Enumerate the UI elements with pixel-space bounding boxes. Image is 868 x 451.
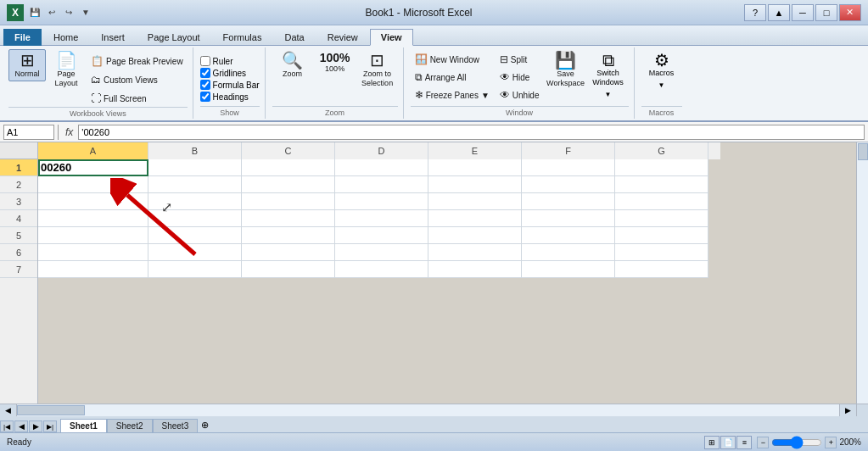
headings-checkbox[interactable]	[200, 92, 210, 102]
cell-g2[interactable]	[615, 176, 708, 193]
tab-file[interactable]: File	[3, 29, 42, 46]
ruler-checkbox[interactable]	[200, 56, 210, 66]
cell-e2[interactable]	[428, 176, 522, 193]
freeze-panes-button[interactable]: ❄ Freeze Panes ▼	[411, 86, 494, 103]
cell-e5[interactable]	[428, 227, 522, 244]
zoom-100-button[interactable]: 100% 100%	[315, 49, 356, 76]
scroll-left-button[interactable]: ◀	[0, 404, 17, 416]
cell-b1[interactable]	[148, 159, 242, 176]
page-layout-view-button[interactable]: 📄 Page Layout	[48, 49, 85, 91]
cell-g7[interactable]	[615, 261, 708, 278]
ribbon-toggle-button[interactable]: ▲	[768, 4, 790, 21]
scroll-right-button[interactable]: ▶	[839, 404, 856, 416]
sheet-tab-1[interactable]: Sheet1	[60, 419, 107, 432]
formula-input[interactable]	[78, 125, 865, 140]
cell-a4[interactable]	[38, 210, 148, 227]
cell-f3[interactable]	[522, 193, 615, 210]
qa-dropdown-button[interactable]: ▼	[78, 5, 93, 20]
cell-a2[interactable]	[38, 176, 148, 193]
cell-c3[interactable]	[242, 193, 335, 210]
tab-view[interactable]: View	[370, 29, 413, 46]
cell-a7[interactable]	[38, 261, 148, 278]
tab-insert[interactable]: Insert	[90, 29, 136, 45]
cell-f2[interactable]	[522, 176, 615, 193]
cell-f4[interactable]	[522, 210, 615, 227]
switch-windows-dropdown[interactable]: ▼	[588, 90, 629, 100]
new-window-button[interactable]: 🪟 New Window	[411, 51, 494, 68]
page-break-preview-button[interactable]: 📋 Page Break Preview	[87, 53, 188, 70]
undo-qa-button[interactable]: ↩	[44, 5, 59, 20]
cell-b2[interactable]	[148, 176, 242, 193]
cell-b4[interactable]	[148, 210, 242, 227]
cell-e1[interactable]	[428, 159, 522, 176]
cell-c5[interactable]	[242, 227, 335, 244]
sheet-nav-first-button[interactable]: |◀	[0, 420, 14, 432]
normal-view-status-button[interactable]: ⊞	[704, 436, 720, 449]
minimize-button[interactable]: ─	[792, 4, 814, 21]
save-workspace-button[interactable]: 💾 Save Workspace	[546, 49, 586, 91]
cell-c6[interactable]	[242, 244, 335, 261]
arrange-all-button[interactable]: ⧉ Arrange All	[411, 69, 494, 86]
cell-a5[interactable]	[38, 227, 148, 244]
cell-f5[interactable]	[522, 227, 615, 244]
page-break-status-button[interactable]: ≡	[736, 436, 752, 449]
custom-views-button[interactable]: 🗂 Custom Views	[87, 71, 188, 88]
macros-dropdown[interactable]: ▼	[641, 81, 682, 91]
cell-e3[interactable]	[428, 193, 522, 210]
cell-f1[interactable]	[522, 159, 615, 176]
cell-d7[interactable]	[335, 261, 428, 278]
name-box[interactable]	[3, 125, 54, 140]
cell-b3[interactable]	[148, 193, 242, 210]
cell-c1[interactable]	[242, 159, 335, 176]
zoom-button[interactable]: 🔍 Zoom	[272, 49, 313, 81]
normal-view-button[interactable]: ⊞ Normal	[8, 49, 46, 81]
insert-sheet-button[interactable]: ⊕	[198, 418, 212, 432]
cell-e7[interactable]	[428, 261, 522, 278]
vertical-scrollbar[interactable]	[856, 142, 868, 404]
unhide-button[interactable]: 👁 Unhide	[496, 86, 544, 103]
cell-d4[interactable]	[335, 210, 428, 227]
sheet-nav-next-button[interactable]: ▶	[29, 420, 42, 432]
formula-bar-checkbox-item[interactable]: Formula Bar	[200, 80, 260, 90]
restore-button[interactable]: □	[815, 4, 837, 21]
help-button[interactable]: ?	[744, 4, 766, 21]
full-screen-button[interactable]: ⛶ Full Screen	[87, 90, 188, 107]
scrollbar-track-h[interactable]	[17, 404, 839, 416]
cell-e6[interactable]	[428, 244, 522, 261]
switch-windows-button[interactable]: ⧉ Switch Windows	[588, 49, 629, 90]
tab-formulas[interactable]: Formulas	[212, 29, 273, 45]
cell-b7[interactable]	[148, 261, 242, 278]
sheet-tab-3[interactable]: Sheet3	[153, 419, 199, 432]
cell-c2[interactable]	[242, 176, 335, 193]
cell-b6[interactable]	[148, 244, 242, 261]
save-qa-button[interactable]: 💾	[27, 5, 42, 20]
ruler-checkbox-item[interactable]: Ruler	[200, 56, 260, 66]
close-button[interactable]: ✕	[839, 4, 861, 21]
gridlines-checkbox[interactable]	[200, 68, 210, 78]
tab-data[interactable]: Data	[273, 29, 315, 45]
hide-button[interactable]: 👁 Hide	[496, 69, 544, 86]
cell-a3[interactable]	[38, 193, 148, 210]
zoom-slider[interactable]	[771, 439, 822, 446]
zoom-in-button[interactable]: +	[825, 437, 837, 448]
cell-f7[interactable]	[522, 261, 615, 278]
tab-home[interactable]: Home	[42, 29, 89, 45]
zoom-out-button[interactable]: −	[757, 437, 769, 448]
zoom-selection-button[interactable]: ⊡ Zoom to Selection	[357, 49, 398, 91]
redo-qa-button[interactable]: ↪	[61, 5, 76, 20]
cell-b5[interactable]	[148, 227, 242, 244]
tab-review[interactable]: Review	[316, 29, 369, 45]
cell-d6[interactable]	[335, 244, 428, 261]
cell-e4[interactable]	[428, 210, 522, 227]
cell-g6[interactable]	[615, 244, 708, 261]
cell-g5[interactable]	[615, 227, 708, 244]
cell-c7[interactable]	[242, 261, 335, 278]
formula-bar-checkbox[interactable]	[200, 80, 210, 90]
cell-f6[interactable]	[522, 244, 615, 261]
cell-d5[interactable]	[335, 227, 428, 244]
cell-d2[interactable]	[335, 176, 428, 193]
macros-button[interactable]: ⚙ Macros	[641, 49, 682, 81]
cell-c4[interactable]	[242, 210, 335, 227]
page-layout-status-button[interactable]: 📄	[720, 436, 736, 449]
gridlines-checkbox-item[interactable]: Gridlines	[200, 68, 260, 78]
